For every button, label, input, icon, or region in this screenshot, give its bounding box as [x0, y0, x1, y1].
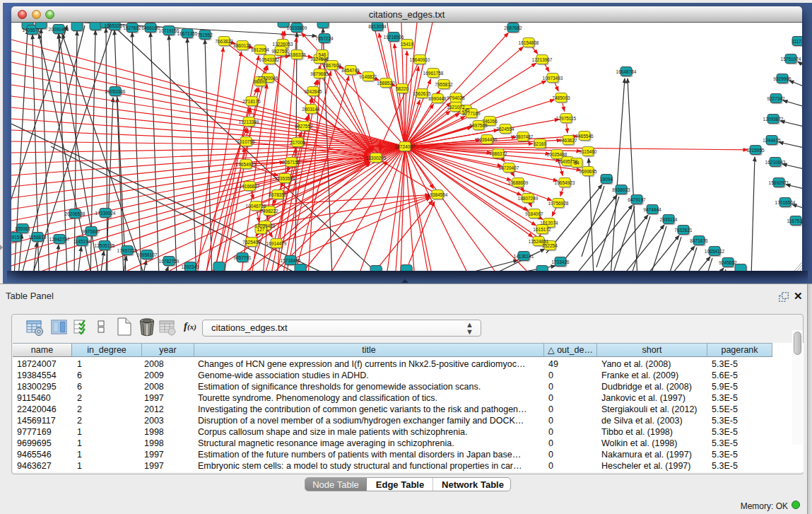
svg-text:1145194: 1145194: [73, 239, 91, 244]
svg-text:16210643: 16210643: [765, 160, 786, 165]
svg-text:127: 127: [257, 227, 265, 232]
svg-text:6479197: 6479197: [628, 197, 646, 202]
svg-text:19654925: 19654925: [236, 162, 257, 167]
svg-text:9794028: 9794028: [447, 95, 465, 100]
svg-text:9975867: 9975867: [82, 229, 100, 234]
svg-text:10719155: 10719155: [159, 28, 180, 33]
svg-text:20364436: 20364436: [477, 137, 498, 142]
svg-text:6466160: 6466160: [141, 25, 160, 30]
svg-text:8471676: 8471676: [690, 238, 708, 243]
svg-text:58220: 58220: [396, 86, 408, 91]
svg-text:20091406: 20091406: [49, 27, 69, 32]
svg-text:15640910: 15640910: [410, 57, 430, 62]
svg-text:15419: 15419: [401, 42, 413, 47]
svg-text:20053346: 20053346: [105, 89, 126, 94]
svg-text:9879685: 9879685: [310, 71, 329, 76]
svg-text:8454749: 8454749: [341, 68, 360, 73]
svg-text:12213967: 12213967: [532, 57, 553, 62]
svg-text:9699695: 9699695: [579, 169, 597, 174]
svg-text:252254: 252254: [542, 243, 558, 248]
svg-text:10654112: 10654112: [705, 249, 725, 254]
svg-text:9245652: 9245652: [719, 260, 737, 265]
svg-text:19218506: 19218506: [384, 35, 404, 40]
svg-text:2935114: 2935114: [660, 217, 678, 222]
svg-text:546: 546: [319, 52, 326, 57]
svg-text:7485003: 7485003: [552, 95, 570, 100]
svg-text:10653267: 10653267: [105, 23, 125, 28]
svg-text:18300295: 18300295: [366, 156, 387, 160]
svg-text:10973493: 10973493: [543, 76, 563, 81]
svg-text:9777169: 9777169: [462, 111, 481, 116]
svg-text:8912954: 8912954: [251, 47, 269, 52]
svg-text:7955812: 7955812: [435, 82, 453, 87]
svg-text:8938923: 8938923: [612, 187, 630, 192]
svg-text:17957225: 17957225: [117, 248, 138, 253]
svg-text:15720407: 15720407: [499, 165, 519, 170]
svg-text:15716485: 15716485: [281, 258, 301, 263]
svg-text:8186328: 8186328: [288, 52, 306, 57]
svg-text:8678352: 8678352: [269, 192, 287, 197]
svg-text:16033809: 16033809: [287, 25, 307, 30]
svg-text:19094: 19094: [600, 177, 613, 182]
svg-text:12093872: 12093872: [763, 117, 784, 122]
svg-text:9146821: 9146821: [359, 74, 377, 79]
svg-text:7857224: 7857224: [315, 36, 334, 41]
svg-text:217006: 217006: [290, 140, 305, 145]
svg-text:17339924: 17339924: [95, 211, 116, 216]
svg-text:84: 84: [574, 160, 579, 165]
svg-text:19654923: 19654923: [555, 180, 575, 185]
svg-text:10025488: 10025488: [547, 152, 567, 157]
svg-text:9329966: 9329966: [773, 76, 792, 81]
svg-text:2087682: 2087682: [504, 25, 522, 30]
svg-text:16648784: 16648784: [616, 69, 637, 74]
svg-text:1292346: 1292346: [181, 264, 199, 269]
svg-text:8427552: 8427552: [295, 124, 313, 129]
svg-text:18807249: 18807249: [518, 196, 539, 201]
svg-text:62160: 62160: [534, 141, 546, 146]
svg-text:12942737: 12942737: [49, 237, 70, 242]
svg-text:8267150: 8267150: [282, 160, 300, 165]
svg-text:10756928: 10756928: [548, 201, 569, 206]
svg-text:14136141: 14136141: [514, 254, 534, 259]
svg-text:10958107: 10958107: [137, 252, 158, 257]
svg-text:10807487: 10807487: [513, 134, 534, 139]
svg-text:7632621: 7632621: [674, 228, 693, 233]
svg-text:16154808: 16154808: [519, 40, 539, 45]
svg-text:9657791: 9657791: [233, 255, 252, 260]
svg-text:14055712: 14055712: [23, 28, 43, 33]
svg-text:11172: 11172: [792, 39, 802, 44]
svg-text:9463627: 9463627: [559, 138, 577, 143]
svg-text:6497568: 6497568: [469, 123, 488, 128]
svg-text:16914479: 16914479: [266, 241, 287, 246]
svg-text:7986372: 7986372: [489, 151, 507, 156]
svg-text:12213389: 12213389: [239, 119, 259, 124]
svg-text:2718176: 2718176: [242, 99, 261, 104]
svg-text:12505135: 12505135: [95, 243, 115, 248]
svg-text:1615172: 1615172: [533, 227, 551, 232]
svg-text:16961758: 16961758: [423, 71, 444, 76]
svg-text:9827500: 9827500: [271, 49, 290, 54]
svg-text:17016504: 17016504: [775, 200, 796, 205]
svg-text:1167533: 1167533: [787, 218, 802, 223]
svg-text:9227342: 9227342: [767, 96, 785, 101]
svg-text:19166827: 19166827: [240, 184, 260, 189]
svg-text:39159: 39159: [11, 235, 22, 240]
svg-text:98890: 98890: [254, 79, 266, 84]
svg-text:18724007: 18724007: [395, 144, 416, 149]
svg-text:16782759: 16782759: [159, 259, 180, 264]
svg-text:20206538: 20206538: [65, 211, 86, 216]
svg-text:9498222: 9498222: [260, 209, 278, 214]
svg-text:2867608: 2867608: [323, 63, 341, 68]
svg-text:19384554: 19384554: [428, 192, 448, 197]
svg-text:9184067: 9184067: [525, 211, 543, 216]
svg-text:1588520: 1588520: [377, 81, 395, 86]
svg-text:8813054: 8813054: [368, 24, 387, 29]
svg-text:9115460: 9115460: [579, 149, 597, 154]
svg-text:9465546: 9465546: [575, 134, 594, 139]
svg-text:8860125: 8860125: [233, 43, 252, 48]
svg-text:1733426: 1733426: [551, 259, 570, 264]
svg-text:7663822: 7663822: [215, 39, 233, 44]
svg-text:835061: 835061: [15, 226, 30, 231]
svg-text:12975115: 12975115: [556, 116, 577, 121]
svg-text:9242845: 9242845: [304, 89, 322, 94]
